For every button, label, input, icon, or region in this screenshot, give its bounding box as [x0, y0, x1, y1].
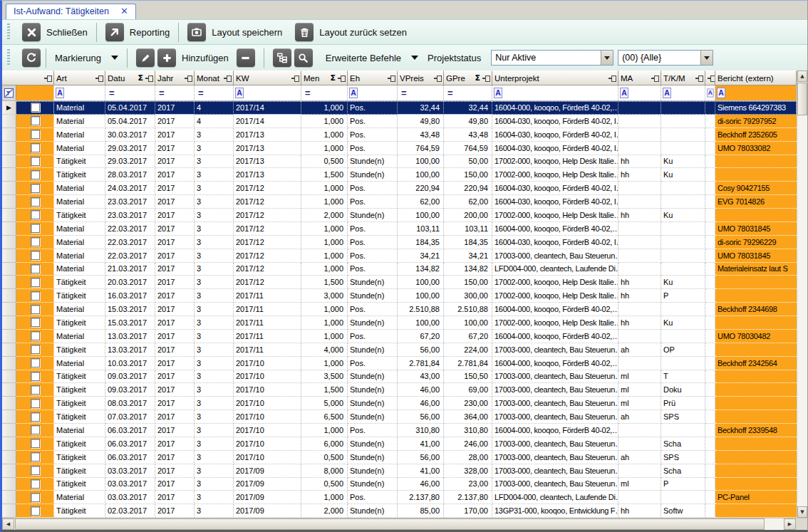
row-selector[interactable] — [2, 289, 16, 303]
cell-extra[interactable] — [705, 195, 715, 209]
cell-extra[interactable] — [705, 115, 715, 128]
cell-bericht[interactable]: Beckhoff 2342564 — [715, 357, 797, 370]
cell-unterprojekt[interactable]: 17002-000, kooqoo, Help Desk Italie… — [492, 316, 618, 330]
row-checkbox[interactable] — [31, 318, 40, 327]
row-checkbox-cell[interactable] — [16, 383, 54, 397]
table-row[interactable]: Tätigkeit09.03.2017201732017/103,500Stun… — [2, 370, 797, 384]
cell-extra[interactable] — [705, 155, 715, 169]
cell-kw[interactable]: 2017/11 — [234, 330, 301, 343]
row-checkbox-cell[interactable] — [16, 263, 54, 276]
cell-art[interactable]: Tätigkeit — [54, 276, 105, 289]
cell-bericht[interactable]: Beckhoff 2352605 — [715, 128, 797, 142]
cell-gpreis[interactable]: 23,00 — [444, 478, 492, 491]
cell-ma[interactable]: hh — [618, 289, 661, 303]
cell-extra[interactable] — [705, 263, 715, 276]
cell-extra[interactable] — [705, 410, 715, 424]
row-checkbox[interactable] — [31, 130, 40, 139]
cell-eh[interactable]: Pos. — [348, 142, 398, 155]
cell-art[interactable]: Material — [54, 222, 105, 236]
cell-kw[interactable]: 2017/13 — [234, 168, 301, 182]
row-checkbox-cell[interactable] — [16, 397, 54, 410]
cell-art[interactable]: Material — [54, 182, 105, 195]
table-row[interactable]: Material15.03.2017201732017/111,000Pos.2… — [2, 303, 797, 316]
cell-unterprojekt[interactable]: 16004-030, kooqoo, FörderB 40-02, I… — [492, 128, 618, 142]
cell-monat[interactable]: 3 — [195, 478, 234, 491]
cell-art[interactable]: Tätigkeit — [54, 451, 105, 464]
cell-ma[interactable]: ah — [618, 410, 661, 424]
filter-cell-extra[interactable]: A — [705, 85, 715, 100]
cell-gpreis[interactable]: 170,00 — [444, 504, 492, 518]
cell-menge[interactable]: 0,500 — [301, 451, 348, 464]
filter-cell-eh[interactable]: A — [348, 85, 398, 100]
cell-eh[interactable]: Pos. — [348, 330, 398, 343]
mandant-filter-select[interactable]: (00) {Alle} — [618, 50, 713, 66]
cell-extra[interactable] — [705, 330, 715, 343]
table-row[interactable]: Tätigkeit15.03.2017201732017/111,000Stun… — [2, 316, 797, 330]
cell-gpreis[interactable]: 103,11 — [444, 222, 492, 236]
cell-gpreis[interactable]: 364,00 — [444, 410, 492, 424]
cell-jahr[interactable]: 2017 — [155, 263, 195, 276]
row-checkbox[interactable] — [31, 493, 40, 502]
cell-art[interactable]: Tätigkeit — [54, 437, 105, 451]
cell-ma[interactable] — [618, 249, 661, 263]
column-header-selector[interactable] — [2, 71, 54, 85]
cell-extra[interactable] — [705, 142, 715, 155]
tab-ist-aufwand[interactable]: Ist-Aufwand: Tätigkeiten ✕ — [6, 4, 136, 19]
filter-cell-monat[interactable]: = — [195, 85, 234, 100]
vertical-scroll-track[interactable] — [797, 115, 807, 506]
row-selector[interactable] — [2, 478, 16, 491]
row-checkbox[interactable] — [31, 291, 40, 301]
row-checkbox-cell[interactable] — [16, 316, 54, 330]
horizontal-scroll-track[interactable] — [765, 518, 784, 530]
row-checkbox-cell[interactable] — [16, 209, 54, 222]
row-checkbox[interactable] — [31, 237, 40, 246]
cell-tkm[interactable]: Prü — [661, 397, 705, 410]
cell-jahr[interactable]: 2017 — [155, 142, 195, 155]
cell-tkm[interactable] — [661, 142, 705, 155]
cell-vpreis[interactable]: 62,00 — [398, 195, 444, 209]
cell-art[interactable]: Material — [54, 263, 105, 276]
cell-vpreis[interactable]: 100,00 — [398, 155, 444, 169]
edit-button[interactable] — [130, 48, 156, 67]
cell-ma[interactable]: ml — [618, 370, 661, 384]
cell-unterprojekt[interactable]: 17003-000, cleantech, Bau Steuerun… — [492, 437, 618, 451]
cell-gpreis[interactable]: 49,80 — [444, 115, 492, 128]
tab-close-icon[interactable]: ✕ — [120, 7, 128, 16]
cell-ma[interactable]: hh — [618, 276, 661, 289]
cell-kw[interactable]: 2017/12 — [234, 182, 301, 195]
cell-jahr[interactable]: 2017 — [155, 276, 195, 289]
filter-cell-tkm[interactable]: A — [661, 85, 705, 100]
row-checkbox[interactable] — [31, 251, 40, 260]
cell-art[interactable]: Tätigkeit — [54, 478, 105, 491]
column-header-extra[interactable] — [705, 71, 715, 85]
row-checkbox-cell[interactable] — [16, 276, 54, 289]
cell-bericht[interactable]: Beckhoff 2344698 — [715, 303, 797, 316]
cell-kw[interactable]: 2017/14 — [234, 101, 301, 115]
cell-art[interactable]: Material — [54, 101, 105, 115]
chevron-down-icon[interactable] — [601, 51, 613, 65]
cell-eh[interactable]: Stunde(n) — [348, 209, 398, 222]
cell-monat[interactable]: 3 — [195, 263, 234, 276]
cell-gpreis[interactable]: 230,00 — [444, 397, 492, 410]
cell-datum[interactable]: 15.03.2017 — [105, 303, 155, 316]
cell-datum[interactable]: 21.03.2017 — [105, 263, 155, 276]
cell-eh[interactable]: Pos. — [348, 303, 398, 316]
cell-menge[interactable]: 6,000 — [301, 437, 348, 451]
cell-datum[interactable]: 09.03.2017 — [105, 370, 155, 384]
cell-menge[interactable]: 4,000 — [301, 343, 348, 357]
cell-unterprojekt[interactable]: 16004-000, kooqoo, FörderB 40-02,… — [492, 222, 618, 236]
cell-menge[interactable]: 3,000 — [301, 289, 348, 303]
cell-ma[interactable] — [618, 128, 661, 142]
cell-extra[interactable] — [705, 343, 715, 357]
row-checkbox-cell[interactable] — [16, 451, 54, 464]
cell-eh[interactable]: Stunde(n) — [348, 397, 398, 410]
cell-tkm[interactable] — [661, 330, 705, 343]
cell-vpreis[interactable]: 67,20 — [398, 330, 444, 343]
filter-cell-datum[interactable]: = — [105, 85, 155, 100]
cell-jahr[interactable]: 2017 — [155, 101, 195, 115]
table-row[interactable]: Tätigkeit06.03.2017201732017/106,000Stun… — [2, 437, 797, 451]
cell-kw[interactable]: 2017/10 — [234, 357, 301, 370]
row-selector[interactable] — [2, 504, 16, 518]
cell-extra[interactable] — [705, 128, 715, 142]
row-selector[interactable] — [2, 195, 16, 209]
